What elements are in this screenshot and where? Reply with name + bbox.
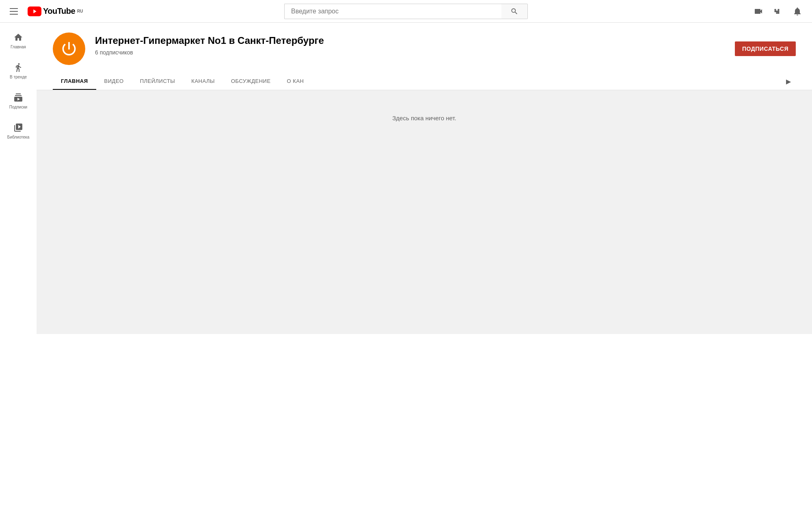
channel-header: Интернет-Гипермаркет No1 в Санкт-Петербу… bbox=[37, 23, 812, 90]
youtube-logo[interactable]: YouTubeRU bbox=[28, 7, 83, 16]
tab-playlists[interactable]: ПЛЕЙЛИСТЫ bbox=[132, 73, 184, 90]
tab-discussion[interactable]: ОБСУЖДЕНИЕ bbox=[223, 73, 279, 90]
channel-tabs: ГЛАВНАЯ ВИДЕО ПЛЕЙЛИСТЫ КАНАЛЫ ОБСУЖДЕНИ… bbox=[53, 73, 796, 90]
apps-button[interactable] bbox=[770, 3, 786, 20]
logo-country: RU bbox=[77, 9, 83, 13]
channel-subscribers: 6 подписчиков bbox=[95, 49, 725, 56]
search-form bbox=[284, 4, 528, 19]
sidebar-item-home[interactable]: Главная bbox=[0, 26, 37, 56]
search-icon bbox=[510, 7, 518, 15]
notifications-button[interactable] bbox=[789, 3, 806, 20]
bell-icon bbox=[793, 7, 802, 16]
search-button[interactable] bbox=[501, 4, 528, 19]
sidebar-item-library[interactable]: Библиотека bbox=[0, 116, 37, 146]
upload-video-button[interactable] bbox=[750, 3, 767, 20]
sidebar-library-label: Библиотека bbox=[7, 135, 29, 140]
tab-channels[interactable]: КАНАЛЫ bbox=[183, 73, 223, 90]
subscribe-button[interactable]: ПОДПИСАТЬСЯ bbox=[735, 41, 796, 56]
logo-text: YouTube bbox=[43, 7, 75, 16]
sidebar-item-subscriptions[interactable]: Подписки bbox=[0, 86, 37, 116]
channel-content: Здесь пока ничего нет. bbox=[37, 90, 812, 334]
header-left: YouTubeRU bbox=[6, 5, 88, 18]
sidebar-subscriptions-label: Подписки bbox=[9, 105, 27, 110]
channel-avatar-icon bbox=[60, 40, 78, 58]
tab-home[interactable]: ГЛАВНАЯ bbox=[53, 73, 96, 90]
home-icon bbox=[13, 33, 23, 42]
tab-about[interactable]: О КАН bbox=[279, 73, 312, 90]
apps-icon bbox=[773, 7, 783, 16]
tab-videos[interactable]: ВИДЕО bbox=[96, 73, 132, 90]
channel-info: Интернет-Гипермаркет No1 в Санкт-Петербу… bbox=[53, 33, 796, 73]
library-icon bbox=[13, 123, 23, 132]
sidebar-home-label: Главная bbox=[11, 45, 26, 50]
sidebar: Главная В тренде Подписки Библиотека bbox=[0, 23, 37, 516]
tabs-next-arrow[interactable]: ▶ bbox=[781, 74, 796, 89]
empty-message: Здесь пока ничего нет. bbox=[392, 115, 456, 121]
header-right bbox=[724, 3, 806, 20]
main-content: Интернет-Гипермаркет No1 в Санкт-Петербу… bbox=[37, 23, 812, 516]
header: YouTubeRU bbox=[0, 0, 812, 23]
youtube-logo-icon bbox=[28, 7, 41, 16]
channel-name: Интернет-Гипермаркет No1 в Санкт-Петербу… bbox=[95, 34, 725, 47]
menu-button[interactable] bbox=[6, 5, 21, 18]
trending-icon bbox=[13, 63, 23, 72]
channel-meta: Интернет-Гипермаркет No1 в Санкт-Петербу… bbox=[95, 33, 725, 56]
header-center bbox=[264, 4, 548, 19]
channel-avatar bbox=[53, 33, 85, 65]
subscriptions-icon bbox=[13, 93, 23, 102]
upload-icon bbox=[754, 7, 763, 16]
sidebar-trending-label: В тренде bbox=[10, 75, 27, 80]
sidebar-item-trending[interactable]: В тренде bbox=[0, 56, 37, 86]
search-input[interactable] bbox=[284, 4, 501, 19]
